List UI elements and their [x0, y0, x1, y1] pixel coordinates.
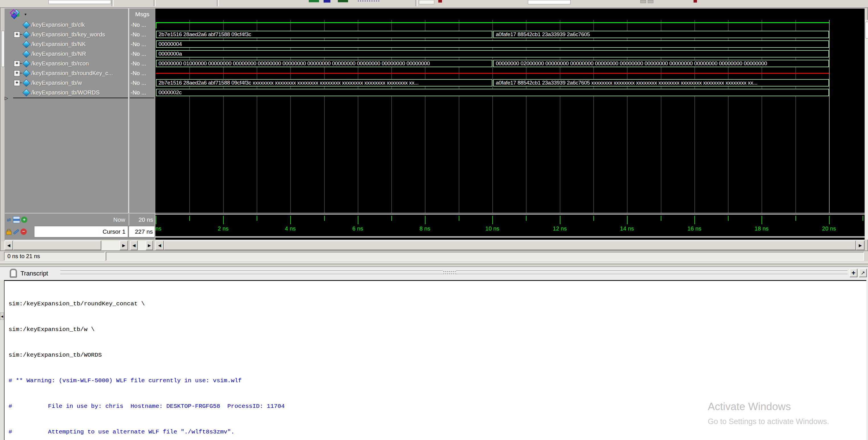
timeline-label: 12 ns: [549, 225, 571, 232]
clk-rise-edge: [156, 22, 157, 28]
timeline-label: 10 ns: [481, 225, 504, 232]
names-hscrollbar[interactable]: ◀ ▶: [5, 241, 128, 250]
signal-row-clk[interactable]: /keyExpansion_tb/clk: [5, 20, 128, 30]
window-icon[interactable]: [13, 216, 20, 223]
now-label: Now: [113, 216, 125, 223]
gridline: [526, 20, 526, 213]
timeline-tick: [796, 216, 796, 221]
msgs-column: -No ... -No ... -No ... -No ... -No ... …: [129, 20, 155, 213]
signal-row-roundkey-concat[interactable]: + /keyExpansion_tb/roundKey_c...: [5, 68, 128, 78]
signal-row-nr[interactable]: /keyExpansion_tb/NR: [5, 49, 128, 59]
timeline-separator: [155, 214, 865, 215]
msgs-cell: -No ...: [129, 59, 155, 68]
swap-arrows-icon[interactable]: ⇄: [6, 217, 12, 223]
scroll-right-icon[interactable]: ▶: [146, 241, 153, 250]
scroll-thumb[interactable]: [164, 241, 856, 250]
timeline-tick: [829, 216, 830, 224]
gridline: [425, 20, 426, 213]
signal-name: /keyExpansion_tb/NR: [31, 51, 86, 57]
transcript-console[interactable]: sim:/keyExpansion_tb/roundKey_concat \ s…: [4, 280, 866, 440]
scroll-left-icon[interactable]: ◀: [0, 313, 4, 320]
scroll-thumb[interactable]: [865, 22, 868, 39]
wrench-icon[interactable]: [13, 228, 19, 235]
wave-hscrollbar[interactable]: ◀ ▶: [155, 241, 865, 250]
timeline-tick: [324, 216, 325, 221]
gridline: [391, 20, 392, 213]
signal-name: /keyExpansion_tb/WORDS: [31, 89, 100, 96]
timeline-ruler[interactable]: ns 2 ns 4 ns 6 ns 8 ns 10 ns 12 ns 14 ns…: [155, 214, 865, 240]
signal-name: /keyExpansion_tb/rcon: [31, 60, 89, 67]
msgs-cell: -No ...: [129, 49, 155, 59]
timeline-tick: [526, 216, 526, 221]
now-row: ⇄ + Now: [5, 214, 128, 225]
wave-vscrollbar[interactable]: [865, 20, 868, 240]
waveform-canvas[interactable]: 2b7e1516 28aed2a6 abf71588 09cf4f3c a0fa…: [155, 20, 865, 213]
gridline: [290, 20, 291, 213]
gridline: [358, 20, 358, 213]
msgs-column-header[interactable]: Msgs: [129, 8, 155, 21]
scroll-left-icon[interactable]: ◀: [5, 241, 13, 250]
timeline-tick: [358, 216, 358, 224]
signal-row-rcon[interactable]: + /keyExpansion_tb/rcon: [5, 59, 128, 68]
header-grip-dots[interactable]: [443, 271, 456, 276]
signal-diamond-icon: [23, 69, 30, 77]
add-button[interactable]: +: [849, 269, 858, 277]
insertion-line: [13, 98, 128, 98]
timeline-label: 16 ns: [683, 225, 706, 232]
scroll-left-icon[interactable]: ◀: [155, 241, 164, 250]
main-toolbar-strip: [0, 0, 868, 8]
signal-name: /keyExpansion_tb/clk: [31, 22, 85, 28]
toolbar-fragment: [309, 0, 319, 2]
signal-diamond-icon: [23, 40, 30, 48]
window-splitter[interactable]: [0, 262, 868, 267]
wave-value-box: 2b7e1516 28aed2a6 abf71588 09cf4f3c xxxx…: [156, 79, 492, 87]
gridline: [661, 20, 661, 213]
scroll-right-icon[interactable]: ▶: [120, 241, 128, 250]
transcript-header[interactable]: Transcript + ↗: [0, 268, 868, 280]
expand-plus-icon[interactable]: +: [14, 32, 20, 38]
signal-names-header: ▾: [5, 8, 128, 21]
chevron-down-icon[interactable]: ▾: [25, 12, 27, 17]
timeline-label: 14 ns: [616, 225, 638, 232]
signal-row-w[interactable]: + /keyExpansion_tb/w: [5, 78, 128, 88]
toolbar-fragment: [640, 0, 646, 3]
signal-diamond-icon: [23, 21, 30, 29]
signal-row-nk[interactable]: /keyExpansion_tb/NK: [5, 39, 128, 49]
signal-row-words[interactable]: /keyExpansion_tb/WORDS: [5, 88, 128, 97]
transcript-window: Transcript + ↗ ◀ sim:/keyExpansion_tb/ro…: [0, 267, 868, 440]
modelsim-logo-icon[interactable]: [10, 10, 23, 19]
scroll-right-icon[interactable]: ▶: [856, 241, 865, 250]
add-cursor-icon[interactable]: +: [21, 217, 27, 223]
gridline: [796, 20, 796, 213]
wave-value-box: 00000000 01000000 00000000 00000000 0000…: [156, 60, 492, 67]
status-cell-empty: [106, 252, 864, 261]
vsim-desktop: ▾ Msgs /keyExpansion_tb/clk + /keyExpans…: [0, 0, 868, 440]
cursor-value[interactable]: 227 ns: [129, 226, 155, 238]
expand-plus-icon[interactable]: +: [14, 70, 20, 76]
values-hscrollbar[interactable]: ◀ ▶: [130, 241, 153, 250]
timeline-label: 18 ns: [750, 225, 773, 232]
wave-canvas-header: [155, 8, 865, 20]
toolbar-fragment: [438, 0, 442, 3]
wave-value-box: 00000004: [156, 40, 829, 48]
toolbar-fragment: [49, 0, 111, 4]
signal-name: /keyExpansion_tb/w: [31, 80, 82, 86]
expand-plus-icon[interactable]: +: [14, 61, 20, 67]
gridline: [257, 20, 257, 213]
gridline: [593, 20, 594, 213]
transcript-line: # Attempting to use alternate WLF file "…: [8, 428, 866, 436]
undock-button[interactable]: ↗: [859, 269, 867, 277]
timeline-label: 8 ns: [413, 225, 436, 232]
expand-plus-icon[interactable]: +: [14, 80, 20, 86]
scroll-thumb[interactable]: [13, 241, 101, 250]
gridline: [762, 20, 762, 213]
scroll-left-icon[interactable]: ◀: [130, 241, 138, 250]
signal-names-pane[interactable]: /keyExpansion_tb/clk + /keyExpansion_tb/…: [5, 20, 128, 213]
timeline-label: ns: [155, 225, 166, 232]
timeline-label: 4 ns: [279, 225, 302, 232]
lock-icon[interactable]: [6, 228, 12, 235]
signal-diamond-icon: [23, 50, 30, 58]
remove-cursor-icon[interactable]: −: [21, 228, 27, 235]
cursor-name-field[interactable]: Cursor 1: [34, 226, 128, 238]
signal-row-key-words[interactable]: + /keyExpansion_tb/key_words: [5, 30, 128, 39]
